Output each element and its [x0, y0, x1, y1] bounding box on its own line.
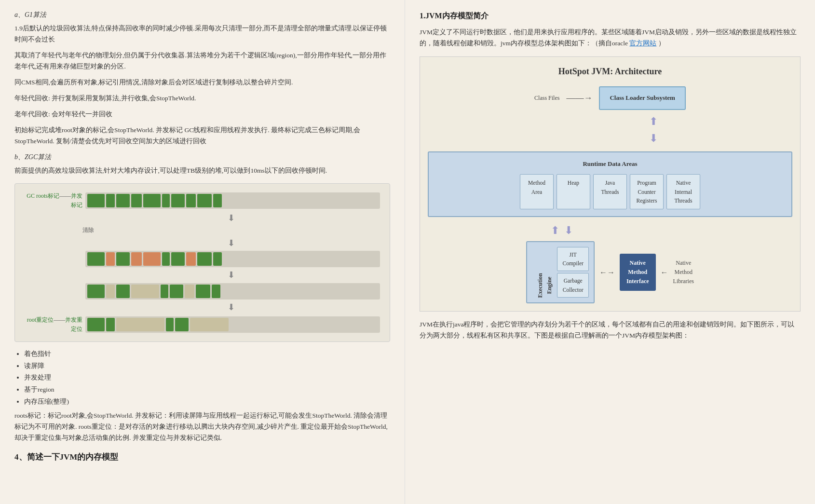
class-files-label: Class Files: [534, 94, 559, 103]
arch-down-arrow-1: ⬆: [649, 113, 658, 130]
zgc-bar-4: [85, 316, 380, 333]
zgc-arrow-2: ⬇: [25, 236, 380, 250]
native-libraries-label: NativeMethodLibraries: [673, 259, 694, 286]
jvm-arch-diagram: HotSpot JVM: Architecture Class Files ——…: [420, 56, 801, 312]
arch-down-arrow: ⬇: [564, 222, 573, 239]
section-a-para3: 同CMS相同,会遍历所有对象,标记引用情况,清除对象后会对区域进行复制移动,以整…: [14, 77, 390, 88]
section4-heading: 4、简述一下JVM的内存模型: [14, 450, 390, 463]
section1-heading: 1.JVM内存模型简介: [420, 10, 801, 22]
arrow-to-native: ←→: [599, 266, 615, 279]
zgc-row-1: GC roots标记——并发标记: [25, 191, 380, 210]
zgc-row-3: [25, 283, 380, 300]
zgc-arrow-3: ⬇: [25, 268, 380, 282]
zgc-bar-2: [85, 251, 380, 267]
exec-engine-label: ExecutionEngine: [532, 247, 554, 298]
bullet-item-3: 并发处理: [24, 372, 390, 383]
section-a-para5: 老年代回收: 会对年轻代一并回收: [14, 109, 390, 120]
exec-sub-boxes: JITCompiler GarbageCollector: [557, 247, 588, 298]
runtime-native-threads: NativeInternalThreads: [666, 174, 700, 209]
section-a-para4: 年轻代回收: 并行复制采用复制算法,并行收集,会StopTheWorld.: [14, 93, 390, 104]
zgc-arrow-4: ⬇: [25, 300, 380, 314]
arch-down-arrow-2: ⬇: [649, 130, 658, 147]
zgc-label-3: root重定位——并发重定位: [25, 315, 82, 334]
left-panel: a、G1算法 1.9后默认的垃圾回收算法,特点保持高回收率的同时减少停顿.采用每…: [0, 0, 405, 504]
runtime-data-areas: Runtime Data Areas MethodArea Heap JavaT…: [428, 151, 792, 217]
bullet-item-1: 着色指针: [24, 349, 390, 359]
runtime-program-counter: ProgramCounterRegisters: [630, 174, 664, 209]
zgc-row-2: [25, 251, 380, 267]
zgc-diagram: GC roots标记——并发标记 ⬇ 清除: [14, 183, 390, 342]
runtime-method-area: MethodArea: [520, 174, 554, 209]
right-panel: 1.JVM内存模型简介 JVM定义了不同运行时数据区，他们是用来执行应用程序的。…: [405, 0, 815, 504]
jit-compiler-box: JITCompiler: [557, 247, 588, 272]
arrow-to-cls: ——→: [566, 91, 592, 105]
arch-up-arrow: ⬆: [551, 222, 559, 239]
oracle-link[interactable]: 官方网站: [629, 40, 656, 47]
execution-engine-box: ExecutionEngine JITCompiler GarbageColle…: [526, 241, 595, 304]
section-a-para1: 1.9后默认的垃圾回收算法,特点保持高回收率的同时减少停顿.采用每次只清理一部分…: [14, 23, 390, 45]
arrow-to-libraries: ←: [661, 266, 668, 279]
runtime-boxes-container: MethodArea Heap JavaThreads ProgramCount…: [434, 174, 787, 209]
section-a-para6: 初始标记完成堆root对象的标记,会StopTheWorld. 并发标记 GC线…: [14, 125, 390, 147]
bullet-item-4: 基于region: [24, 384, 390, 395]
zgc-arrow-1: ⬇: [25, 211, 380, 225]
zgc-bar-3: [85, 283, 380, 300]
bullet-item-5: 内存压缩(整理): [24, 396, 390, 407]
roots-para: roots标记：标记root对象,会StopTheWorld. 并发标记：利用读…: [14, 410, 390, 444]
runtime-title: Runtime Data Areas: [434, 159, 787, 169]
garbage-collector-box: GarbageCollector: [557, 273, 588, 298]
section1-para3: JVM在执行java程序时，会把它管理的内存划分为若干个的区域，每个区域都有自己…: [420, 319, 801, 341]
arch-title: HotSpot JVM: Architecture: [428, 65, 792, 79]
section-b-heading: b、ZGC算法: [14, 152, 390, 163]
class-loader-box: Class Loader Subsystem: [599, 86, 686, 110]
native-method-interface-box: NativeMethodInterface: [620, 254, 656, 291]
bullet-item-2: 读屏障: [24, 361, 390, 371]
zgc-bullet-list: 着色指针 读屏障 并发处理 基于region 内存压缩(整理): [24, 349, 390, 407]
runtime-java-threads: JavaThreads: [593, 174, 627, 209]
zgc-clear-label: 清除: [25, 226, 380, 235]
section-a-para2: 其取消了年轻代与老年代的物理划分,但仍属于分代收集器.算法将堆分为若干个逻辑区域…: [14, 50, 390, 72]
section-a-heading: a、G1算法: [14, 10, 390, 20]
zgc-bar-1: [85, 192, 380, 209]
zgc-row-4: root重定位——并发重定位: [25, 315, 380, 334]
runtime-heap: Heap: [557, 174, 590, 209]
section1-para1: JVM定义了不同运行时数据区，他们是用来执行应用程序的。某些区域随着JVM启动及…: [420, 27, 801, 49]
zgc-label-1: GC roots标记——并发标记: [25, 191, 82, 210]
section-b-para1: 前面提供的高效垃圾回收算法,针对大堆内存设计,可以处理TB级别的堆,可以做到10…: [14, 165, 390, 177]
